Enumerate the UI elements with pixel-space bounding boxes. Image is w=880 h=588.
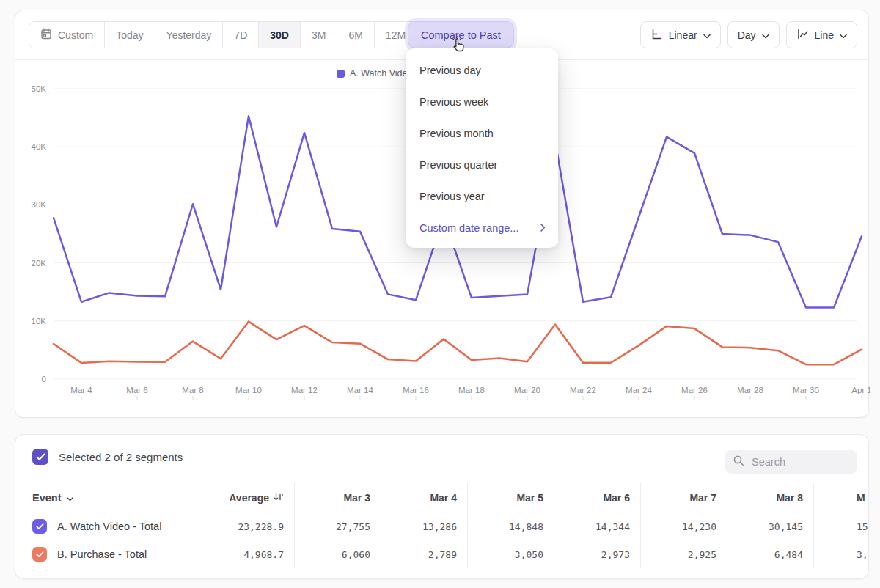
segments-card: Selected 2 of 2 segments EventAverageMar… xyxy=(15,434,869,579)
interval-label: Day xyxy=(738,29,756,41)
segments-summary: Selected 2 of 2 segments xyxy=(32,449,183,465)
segment-label: A. Watch Video - Total xyxy=(57,521,161,532)
x-axis-label: Mar 16 xyxy=(403,386,429,394)
menu-item-previous-week[interactable]: Previous week xyxy=(406,86,558,117)
column-header-label: Average xyxy=(229,492,269,504)
y-axis-label: 0 xyxy=(42,375,46,383)
segments-summary-label: Selected 2 of 2 segments xyxy=(59,451,183,463)
date-range-custom[interactable]: Custom xyxy=(29,22,105,48)
x-axis-label: Mar 12 xyxy=(291,386,318,394)
column-header-mar-4[interactable]: Mar 4 xyxy=(381,483,467,512)
date-range-label: 3M xyxy=(312,29,326,41)
menu-item-previous-day[interactable]: Previous day xyxy=(406,54,558,86)
compare-to-past-button[interactable]: Compare to Past xyxy=(408,21,514,48)
date-range-30d[interactable]: 30D xyxy=(259,22,301,48)
compare-menu: Previous dayPrevious weekPrevious monthP… xyxy=(406,48,558,248)
segment-label: B. Purchase - Total xyxy=(57,548,147,560)
x-axis-label: Mar 20 xyxy=(514,386,540,394)
check-icon xyxy=(36,453,45,461)
menu-item-previous-quarter[interactable]: Previous quarter xyxy=(406,149,558,180)
column-header-mar-5[interactable]: Mar 5 xyxy=(467,483,554,512)
value-cell: 4,968.7 xyxy=(208,540,294,568)
interval-dropdown[interactable]: Day xyxy=(727,21,780,48)
y-axis-label: 40K xyxy=(32,142,47,151)
column-header-label: Mar 3 xyxy=(343,492,370,504)
chart-type-label: Line xyxy=(815,29,834,41)
column-header-average[interactable]: Average xyxy=(208,483,294,512)
scale-dropdown[interactable]: Linear xyxy=(640,21,721,48)
analytics-dashboard: { "toolbar": { "date_ranges": ["Custom",… xyxy=(0,0,880,588)
segment-checkbox[interactable] xyxy=(32,547,47,562)
table-row[interactable]: B. Purchase - Total4,968.76,0602,7893,05… xyxy=(15,540,869,568)
sort-descending-icon xyxy=(274,492,284,504)
menu-item-previous-month[interactable]: Previous month xyxy=(406,117,558,149)
date-range-yesterday[interactable]: Yesterday xyxy=(155,22,224,48)
column-header-label: Mar 8 xyxy=(776,492,803,504)
y-axis-label: 10K xyxy=(32,317,47,326)
value-cell: 2,789 xyxy=(381,540,467,568)
calendar-icon xyxy=(40,28,52,42)
value-cell: 13,286 xyxy=(381,512,467,540)
column-header-label: Mar 7 xyxy=(689,492,716,504)
table-row[interactable]: A. Watch Video - Total23,228.927,75513,2… xyxy=(15,512,869,540)
menu-item-previous-year[interactable]: Previous year xyxy=(406,180,558,212)
event-column-header[interactable]: Event xyxy=(32,492,73,504)
x-axis-label: Mar 10 xyxy=(235,386,262,394)
column-header-label: M xyxy=(857,492,865,504)
column-header-mar-3[interactable]: Mar 3 xyxy=(294,483,381,512)
value-cell: 14,848 xyxy=(467,512,554,540)
column-header-mar-7[interactable]: Mar 7 xyxy=(640,483,727,512)
x-axis-label: Mar 6 xyxy=(126,386,147,394)
value-cell: 14,230 xyxy=(640,512,727,540)
date-range-7d[interactable]: 7D xyxy=(223,22,259,48)
legend-swatch xyxy=(337,70,345,78)
select-all-checkbox[interactable] xyxy=(32,449,48,465)
x-axis-label: Mar 24 xyxy=(626,386,652,394)
search-input[interactable] xyxy=(752,456,850,468)
date-range-6m[interactable]: 6M xyxy=(337,22,374,48)
chevron-down-icon xyxy=(840,29,847,41)
date-range-control: CustomTodayYesterday7D30D3M6M12M xyxy=(29,21,417,48)
segment-checkbox[interactable] xyxy=(32,519,47,534)
segments-table: EventAverageMar 3Mar 4Mar 5Mar 6Mar 7Mar… xyxy=(15,483,869,568)
value-cell: 27,755 xyxy=(294,512,381,540)
date-range-label: 6M xyxy=(348,29,362,41)
value-cell: 2,925 xyxy=(640,540,727,568)
x-axis-label: Mar 26 xyxy=(681,386,708,394)
line-chart-icon xyxy=(796,28,809,43)
x-axis-label: Mar 8 xyxy=(182,386,203,394)
linear-axis-icon xyxy=(650,28,663,43)
date-range-label: 7D xyxy=(234,29,247,41)
value-cell: 15, xyxy=(813,512,869,540)
scale-label: Linear xyxy=(669,29,697,41)
event-header-label: Event xyxy=(32,492,62,504)
date-range-label: Today xyxy=(116,29,143,41)
value-cell: 3,050 xyxy=(467,540,554,568)
value-cell: 3, xyxy=(813,540,869,568)
chevron-down-icon xyxy=(67,492,73,504)
column-header-mar-6[interactable]: Mar 6 xyxy=(554,483,640,512)
date-range-label: Yesterday xyxy=(166,29,212,41)
column-header-label: Mar 6 xyxy=(603,492,630,504)
value-cell: 6,484 xyxy=(727,540,813,568)
column-header-label: Mar 4 xyxy=(430,492,457,504)
custom-date-range-label: Custom date range... xyxy=(419,222,518,234)
x-axis-label: Mar 28 xyxy=(737,386,763,394)
x-axis-label: Mar 4 xyxy=(70,386,92,394)
table-header-row: EventAverageMar 3Mar 4Mar 5Mar 6Mar 7Mar… xyxy=(15,483,869,512)
value-cell: 14,344 xyxy=(554,512,640,540)
date-range-3m[interactable]: 3M xyxy=(301,22,337,48)
chevron-right-icon xyxy=(540,222,546,234)
column-header-label: Mar 5 xyxy=(516,492,543,504)
x-axis-label: Mar 22 xyxy=(570,386,596,394)
menu-item-custom-date-range[interactable]: Custom date range... xyxy=(406,212,558,243)
x-axis-label: Mar 30 xyxy=(793,386,819,394)
chevron-down-icon xyxy=(703,29,711,41)
column-header-mar-8[interactable]: Mar 8 xyxy=(727,483,813,512)
date-range-today[interactable]: Today xyxy=(105,22,155,48)
date-range-label: 12M xyxy=(386,29,406,41)
column-header-m[interactable]: M xyxy=(813,483,869,512)
series-line xyxy=(54,322,862,365)
chart-type-dropdown[interactable]: Line xyxy=(786,21,857,48)
chart-options: Linear Day Line xyxy=(640,21,857,48)
